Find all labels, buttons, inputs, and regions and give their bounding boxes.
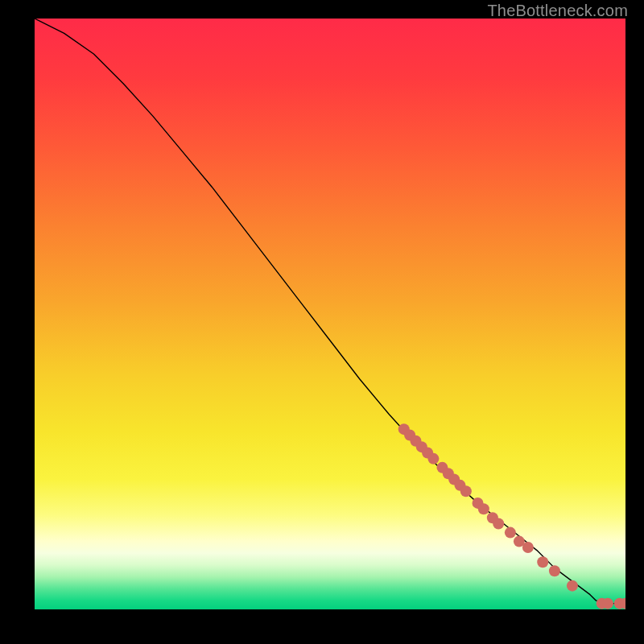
- chart-frame: TheBottleneck.com: [0, 0, 644, 644]
- gradient-background: [35, 19, 625, 609]
- marker-dot: [505, 527, 516, 539]
- marker-dot: [460, 485, 472, 497]
- plot-area: [35, 19, 625, 609]
- watermark-text: TheBottleneck.com: [487, 2, 628, 20]
- marker-dot: [427, 453, 439, 464]
- marker-dot: [493, 518, 504, 530]
- chart-svg: [35, 19, 625, 609]
- marker-dot: [567, 580, 578, 592]
- marker-dot: [522, 542, 534, 553]
- marker-dot: [602, 598, 613, 609]
- marker-dot: [549, 565, 560, 576]
- marker-dot: [478, 503, 489, 514]
- marker-dot: [537, 556, 548, 568]
